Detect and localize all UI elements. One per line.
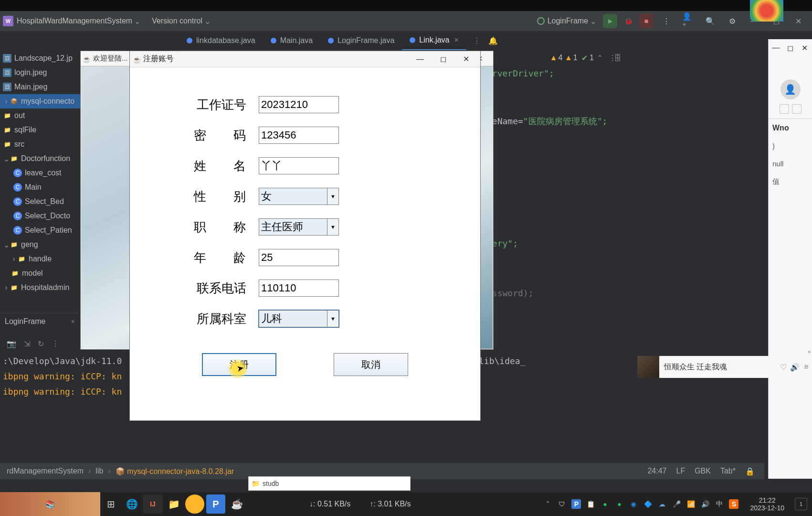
nav-updown-icon[interactable]: ⌃ xyxy=(597,54,603,63)
task-view-icon[interactable]: ⊞ xyxy=(101,494,120,514)
view-toggle-2[interactable] xyxy=(792,104,801,114)
tree-folder-src[interactable]: src xyxy=(0,137,81,151)
column-header-wno[interactable]: Wno xyxy=(769,118,812,132)
readonly-lock-icon[interactable]: 🔒 xyxy=(745,467,755,476)
tree-file-mysql-jar[interactable]: ›mysql-connecto xyxy=(0,94,81,108)
right-maximize-button[interactable]: ◻ xyxy=(783,40,797,55)
tab-linkdatabase[interactable]: linkdatabase.java xyxy=(179,31,263,50)
line-separator[interactable]: LF xyxy=(676,467,685,475)
tree-file-login-img[interactable]: login.jpeg xyxy=(0,65,81,80)
tray-app1-icon[interactable]: 📋 xyxy=(586,499,595,509)
tree-file-landscape[interactable]: Landscape_12.jp xyxy=(0,51,81,65)
console-scroll-icon[interactable]: ↻ xyxy=(38,339,44,348)
register-close-button[interactable]: ✕ xyxy=(454,52,477,67)
right-minimize-button[interactable]: — xyxy=(769,40,783,55)
editor-inspections-status[interactable]: ▲4 ▲1 ✔1 ⌃ ⋮ xyxy=(550,51,616,64)
notification-center-icon[interactable]: 1 xyxy=(795,498,807,510)
tray-p-icon[interactable]: P xyxy=(571,499,581,509)
console-more-icon[interactable]: ⋮ xyxy=(52,339,59,348)
run-config-dropdown-icon[interactable]: ⌄ xyxy=(590,17,596,26)
file-encoding[interactable]: GBK xyxy=(695,467,711,475)
breadcrumb-file[interactable]: 📦 mysql-connector-java-8.0.28.jar xyxy=(116,467,234,476)
tray-expand-icon[interactable]: ˄ xyxy=(543,499,552,509)
tray-volume-icon[interactable]: 🔊 xyxy=(700,499,710,509)
tray-edge-icon[interactable]: ◉ xyxy=(629,499,638,509)
search-icon[interactable]: 🔍 xyxy=(704,15,717,27)
tab-close-icon[interactable]: × xyxy=(454,36,458,44)
tree-pkg-doctorfunction[interactable]: ⌄Doctorfunction xyxy=(0,151,81,166)
explorer-strip[interactable]: 📁studb xyxy=(248,476,411,491)
music-like-icon[interactable]: ♡ xyxy=(778,363,789,372)
title-select[interactable]: 主任医师▼ xyxy=(259,218,339,236)
tab-loginframe[interactable]: LoginFrame.java xyxy=(320,31,402,50)
phone-input[interactable] xyxy=(259,280,339,297)
debug-button[interactable] xyxy=(621,14,635,28)
tree-class-leave-cost[interactable]: leave_cost xyxy=(0,166,81,180)
register-cancel-button[interactable]: 取消 xyxy=(334,353,408,376)
music-playlist-icon[interactable]: ≡ xyxy=(801,363,812,371)
chrome-icon[interactable] xyxy=(750,0,783,22)
tab-link[interactable]: Link.java× xyxy=(402,31,466,50)
project-tree[interactable]: Landscape_12.jp login.jpeg Main.jpeg ›my… xyxy=(0,51,81,295)
tree-pkg-model[interactable]: model xyxy=(0,266,81,280)
tree-class-select-bed[interactable]: Select_Bed xyxy=(0,194,81,209)
taskbar-chrome-icon[interactable] xyxy=(122,494,141,514)
project-dropdown-icon[interactable]: ⌄ xyxy=(134,17,140,26)
caret-position[interactable]: 24:47 xyxy=(647,467,666,475)
tree-file-main-img[interactable]: Main.jpeg xyxy=(0,80,81,94)
version-control-dropdown-icon[interactable]: ⌄ xyxy=(204,17,211,26)
tray-app2-icon[interactable]: 🔷 xyxy=(643,499,653,509)
dropdown-arrow-icon[interactable]: ▼ xyxy=(327,311,338,327)
right-ide-window[interactable]: — ◻ ✕ 👤 Wno ) null 值 xyxy=(768,39,812,479)
version-control-menu[interactable]: Version control xyxy=(152,17,202,25)
music-mini-player[interactable]: × 恒顺众生 迁走我魂 ♡ 🔊 ≡ xyxy=(637,356,812,378)
gender-select[interactable]: 女▼ xyxy=(259,188,339,205)
breadcrumb-lib[interactable]: lib xyxy=(95,467,103,475)
taskbar-clock[interactable]: 21:22 2023-12-10 xyxy=(750,496,784,512)
taskbar-app-icon[interactable] xyxy=(185,494,204,514)
run-config-selector[interactable]: LoginFrame ⌄ xyxy=(537,17,596,26)
taskbar-explorer-icon[interactable] xyxy=(164,494,183,514)
console-export-icon[interactable]: ⇲ xyxy=(24,339,30,348)
tree-pkg-handle[interactable]: ›handle xyxy=(0,252,81,266)
tray-ime-icon[interactable]: 中 xyxy=(715,499,724,509)
age-input[interactable] xyxy=(259,249,339,266)
stop-button[interactable] xyxy=(639,14,654,28)
music-album-art[interactable] xyxy=(637,356,659,378)
tree-folder-sqlfile[interactable]: sqlFile xyxy=(0,123,81,137)
right-close-button[interactable]: ✕ xyxy=(798,40,812,55)
tree-pkg-geng[interactable]: ⌄geng xyxy=(0,237,81,252)
settings-gear-icon[interactable]: ⚙ xyxy=(726,15,738,27)
close-button[interactable]: ✕ xyxy=(787,12,809,30)
work-id-input[interactable] xyxy=(259,96,339,113)
tree-class-main[interactable]: Main xyxy=(0,180,81,194)
department-select[interactable]: 儿科▼ xyxy=(259,310,339,327)
system-tray[interactable]: ˄ 🛡 P 📋 ● ● ◉ 🔷 ☁ 🎤 📶 🔊 中 S 21:22 2023-1… xyxy=(543,496,812,512)
tree-folder-out[interactable]: out xyxy=(0,108,81,123)
console-camera-icon[interactable]: 📷 xyxy=(7,339,16,348)
tree-pkg-hospitaladmin[interactable]: ›Hospitaladmin xyxy=(0,280,81,295)
register-maximize-button[interactable]: ◻ xyxy=(432,52,454,67)
dropdown-arrow-icon[interactable]: ▼ xyxy=(327,188,338,204)
music-volume-icon[interactable]: 🔊 xyxy=(789,363,801,372)
tray-onedrive-icon[interactable]: ☁ xyxy=(657,499,667,509)
tray-qq-icon[interactable]: ● xyxy=(614,499,624,509)
project-name[interactable]: HospitalWardManagementSystem xyxy=(17,17,132,25)
music-close-icon[interactable]: × xyxy=(807,348,811,355)
name-input[interactable] xyxy=(259,157,339,174)
register-titlebar[interactable]: 注册账号 — ◻ ✕ xyxy=(130,51,480,67)
tray-shield-icon[interactable]: 🛡 xyxy=(557,499,567,509)
tool-tab-close-icon[interactable]: × xyxy=(71,318,75,325)
taskbar-intellij-icon[interactable]: IJ xyxy=(143,494,162,514)
tree-class-select-doctor[interactable]: Select_Docto xyxy=(0,209,81,223)
tray-wechat-icon[interactable]: ● xyxy=(600,499,610,509)
register-minimize-button[interactable]: — xyxy=(409,52,432,67)
breadcrumb-project[interactable]: rdManagementSystem xyxy=(7,467,84,475)
view-toggle-1[interactable] xyxy=(780,104,789,114)
dropdown-arrow-icon[interactable]: ▼ xyxy=(327,219,338,235)
tray-sogou-icon[interactable]: S xyxy=(729,499,738,509)
db-toolwindow-icon[interactable]: 🗄 xyxy=(612,53,623,64)
taskbar-p-app-icon[interactable]: P xyxy=(206,494,225,514)
password-input[interactable] xyxy=(259,127,339,144)
more-actions-icon[interactable]: ⋮ xyxy=(660,15,673,27)
